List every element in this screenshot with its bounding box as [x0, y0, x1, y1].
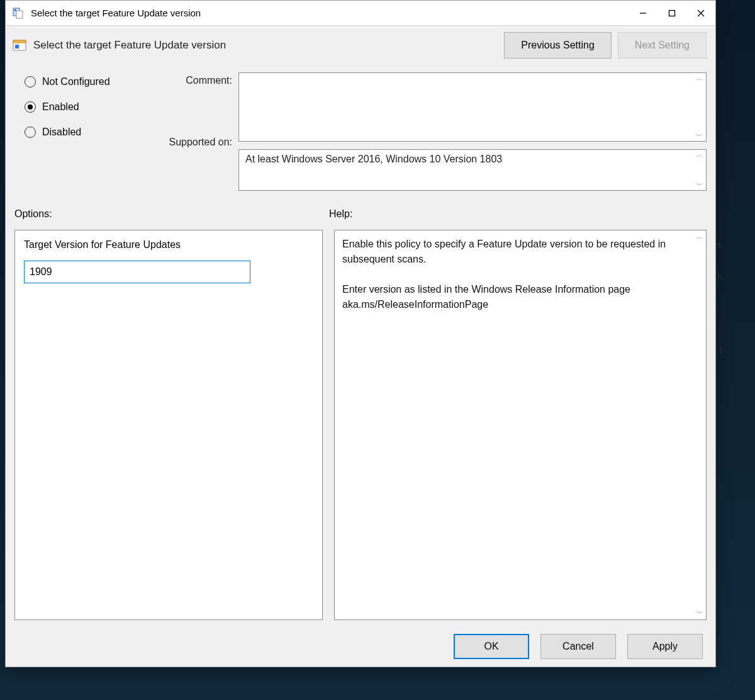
dialog-footer: OK Cancel Apply [6, 626, 715, 667]
radio-enabled[interactable]: Enabled [25, 101, 150, 113]
cancel-button[interactable]: Cancel [540, 634, 616, 659]
chevron-up-icon[interactable]: ︿ [696, 233, 703, 240]
comment-textarea[interactable]: ︿ ﹀ [238, 72, 707, 142]
radio-circle-icon [25, 76, 36, 88]
policy-editor-window: Select the target Feature Update version… [5, 0, 716, 667]
supported-on-label: Supported on: [157, 137, 232, 148]
help-pane: Enable this policy to specify a Feature … [334, 230, 707, 620]
target-version-input[interactable] [24, 261, 250, 283]
titlebar[interactable]: Select the target Feature Update version [6, 1, 715, 26]
previous-setting-button[interactable]: Previous Setting [504, 32, 612, 59]
chevron-up-icon[interactable]: ︿ [696, 151, 703, 159]
comment-label: Comment: [157, 75, 232, 86]
radio-not-configured[interactable]: Not Configured [25, 76, 150, 88]
maximize-button[interactable] [657, 1, 686, 26]
scrollbar[interactable]: ︿ ﹀ [695, 233, 705, 617]
window-title: Select the target Feature Update version [31, 8, 629, 18]
options-label: Options: [14, 208, 329, 220]
svg-rect-1 [16, 11, 23, 18]
scrollbar[interactable]: ︿ ﹀ [695, 74, 705, 140]
radio-circle-icon [25, 127, 36, 138]
next-setting-button: Next Setting [618, 32, 707, 59]
options-pane: Target Version for Feature Updates [14, 230, 323, 620]
policy-header: Select the target Feature Update version… [6, 26, 715, 72]
supported-on-box: At least Windows Server 2016, Windows 10… [238, 149, 707, 191]
split-panes: Target Version for Feature Updates Enabl… [6, 223, 715, 626]
radio-label: Not Configured [42, 76, 110, 88]
help-label: Help: [329, 208, 707, 220]
chevron-down-icon[interactable]: ﹀ [696, 609, 703, 617]
chevron-up-icon[interactable]: ︿ [696, 74, 703, 82]
policy-name: Select the target Feature Update version [33, 39, 498, 52]
radio-circle-icon [25, 101, 36, 113]
radio-label: Enabled [42, 101, 79, 113]
state-radio-group: Not Configured Enabled Disabled [25, 72, 150, 191]
scrollbar[interactable]: ︿ ﹀ [695, 151, 705, 189]
apply-button[interactable]: Apply [627, 634, 703, 659]
help-paragraph: Enable this policy to specify a Feature … [342, 237, 692, 267]
field-labels-column: Comment: Supported on: [157, 72, 232, 191]
ok-button[interactable]: OK [454, 634, 529, 659]
svg-rect-8 [13, 40, 26, 43]
minimize-button[interactable] [629, 1, 657, 26]
split-labels: Options: Help: [6, 195, 715, 223]
radio-disabled[interactable]: Disabled [25, 127, 150, 138]
config-row: Not Configured Enabled Disabled Comment:… [6, 72, 715, 195]
app-icon [6, 1, 31, 26]
option-field-label: Target Version for Feature Updates [24, 239, 313, 251]
svg-point-2 [14, 9, 16, 11]
chevron-down-icon[interactable]: ﹀ [696, 181, 703, 189]
help-paragraph: Enter version as listed in the Windows R… [342, 282, 692, 312]
policy-icon [12, 38, 27, 53]
close-button[interactable] [686, 1, 715, 26]
chevron-down-icon[interactable]: ﹀ [696, 132, 703, 140]
radio-label: Disabled [42, 127, 81, 138]
svg-rect-4 [669, 10, 675, 16]
field-values-column: ︿ ﹀ At least Windows Server 2016, Window… [238, 72, 707, 191]
supported-on-value: At least Windows Server 2016, Windows 10… [245, 154, 502, 164]
svg-rect-9 [15, 45, 19, 48]
